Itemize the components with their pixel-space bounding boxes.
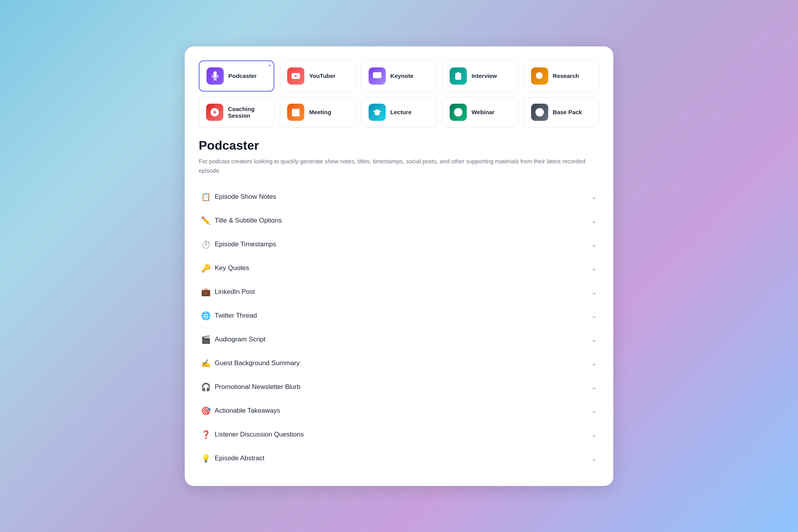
- accordion-label: Key Quotes: [215, 264, 249, 272]
- chevron-down-icon: ⌄: [591, 216, 597, 225]
- chevron-down-icon: ⌄: [591, 454, 597, 463]
- accordion-item[interactable]: ❓Listener Discussion Questions⌄: [199, 422, 599, 446]
- svg-rect-0: [373, 72, 381, 78]
- svg-point-1: [536, 72, 542, 79]
- category-item-interview[interactable]: Interview: [442, 60, 518, 92]
- chevron-down-icon: ⌄: [591, 335, 597, 344]
- accordion-item[interactable]: ✏️Title & Subtitle Options⌄: [199, 209, 599, 232]
- accordion-emoji: ✏️: [201, 216, 211, 225]
- chevron-down-icon: ⌄: [591, 359, 597, 368]
- accordion-emoji: 🎧: [201, 382, 211, 392]
- category-icon-youtuber: [287, 67, 304, 85]
- accordion-label: Episode Abstract: [215, 454, 265, 462]
- category-icon-interview: [450, 67, 467, 85]
- accordion-item[interactable]: 🌐Twitter Thread⌄: [199, 304, 599, 327]
- accordion-emoji: 🔑: [201, 263, 211, 273]
- accordion-label: Guest Background Summary: [215, 359, 300, 367]
- category-label-webinar: Webinar: [471, 109, 494, 115]
- chevron-down-icon: ⌄: [591, 288, 597, 296]
- category-item-coaching[interactable]: Coaching Session: [199, 97, 274, 127]
- accordion-label: Actionable Takeaways: [215, 407, 280, 415]
- main-card: PodcasterYouTuberKeynoteInterviewResearc…: [185, 46, 613, 486]
- accordion-item[interactable]: 💡Episode Abstract⌄: [199, 446, 599, 470]
- accordion-label: Episode Timestamps: [215, 240, 276, 248]
- accordion-label: Audiogram Script: [215, 336, 265, 343]
- accordion-emoji: 📋: [201, 192, 211, 201]
- accordion-item[interactable]: 💼LinkedIn Post⌄: [199, 280, 599, 304]
- accordion-item[interactable]: 📋Episode Show Notes⌄: [199, 185, 599, 209]
- category-icon-podcaster: [207, 67, 224, 85]
- accordion-label: Episode Show Notes: [215, 193, 276, 201]
- accordion-item[interactable]: 🔑Key Quotes⌄: [199, 256, 599, 280]
- accordion-emoji: 💼: [201, 287, 211, 297]
- chevron-down-icon: ⌄: [591, 193, 597, 201]
- accordion-emoji: 🎬: [201, 335, 211, 344]
- accordion-label: Listener Discussion Questions: [215, 431, 304, 438]
- accordion-item[interactable]: 🎯Actionable Takeaways⌄: [199, 399, 599, 422]
- category-label-youtuber: YouTuber: [309, 72, 335, 79]
- category-item-basepack[interactable]: Base Pack: [524, 97, 599, 127]
- category-item-keynote[interactable]: Keynote: [361, 60, 437, 92]
- accordion-item[interactable]: 🎧Promotional Newsletter Blurb⌄: [199, 375, 599, 399]
- category-icon-coaching: [206, 104, 223, 121]
- section-description: For podcast creators looking to quickly …: [199, 157, 599, 175]
- chevron-down-icon: ⌄: [591, 264, 597, 272]
- chevron-down-icon: ⌄: [591, 240, 597, 249]
- category-item-meeting[interactable]: Meeting: [280, 97, 355, 127]
- category-item-podcaster[interactable]: Podcaster: [199, 60, 274, 92]
- accordion-emoji: 🎯: [201, 406, 211, 415]
- svg-point-5: [538, 111, 541, 113]
- category-item-webinar[interactable]: Webinar: [442, 97, 518, 127]
- category-icon-lecture: [369, 104, 386, 121]
- svg-point-3: [454, 108, 463, 117]
- svg-rect-2: [292, 109, 300, 117]
- category-label-coaching: Coaching Session: [228, 106, 267, 119]
- accordion-emoji: ✍️: [201, 359, 211, 368]
- accordion-list: 📋Episode Show Notes⌄✏️Title & Subtitle O…: [199, 185, 599, 470]
- category-label-podcaster: Podcaster: [228, 72, 257, 79]
- category-label-basepack: Base Pack: [553, 109, 582, 115]
- accordion-emoji: ❓: [201, 430, 211, 439]
- category-icon-meeting: [287, 104, 304, 121]
- category-icon-keynote: [369, 67, 386, 85]
- category-icon-research: [531, 67, 548, 85]
- accordion-emoji: 💡: [201, 454, 211, 463]
- chevron-down-icon: ⌄: [591, 407, 597, 415]
- accordion-emoji: 🌐: [201, 311, 211, 320]
- accordion-label: LinkedIn Post: [215, 288, 255, 296]
- category-icon-webinar: [450, 104, 467, 121]
- section-title: Podcaster: [199, 138, 599, 153]
- category-label-research: Research: [553, 72, 579, 79]
- category-item-youtuber[interactable]: YouTuber: [280, 60, 355, 92]
- category-label-meeting: Meeting: [309, 109, 331, 115]
- category-label-interview: Interview: [471, 72, 497, 79]
- category-item-research[interactable]: Research: [524, 60, 599, 92]
- category-label-keynote: Keynote: [390, 72, 413, 79]
- chevron-down-icon: ⌄: [591, 430, 597, 439]
- category-icon-basepack: [531, 104, 548, 121]
- category-item-lecture[interactable]: Lecture: [361, 97, 437, 127]
- accordion-item[interactable]: 🎬Audiogram Script⌄: [199, 327, 599, 351]
- accordion-item[interactable]: ✍️Guest Background Summary⌄: [199, 351, 599, 375]
- accordion-item[interactable]: ⏱️Episode Timestamps⌄: [199, 232, 599, 256]
- category-grid: PodcasterYouTuberKeynoteInterviewResearc…: [199, 60, 599, 127]
- accordion-emoji: ⏱️: [201, 240, 211, 249]
- accordion-label: Twitter Thread: [215, 312, 257, 320]
- category-label-lecture: Lecture: [390, 109, 411, 115]
- accordion-label: Promotional Newsletter Blurb: [215, 383, 300, 391]
- accordion-label: Title & Subtitle Options: [215, 217, 282, 224]
- chevron-down-icon: ⌄: [591, 383, 597, 391]
- chevron-down-icon: ⌄: [591, 311, 597, 320]
